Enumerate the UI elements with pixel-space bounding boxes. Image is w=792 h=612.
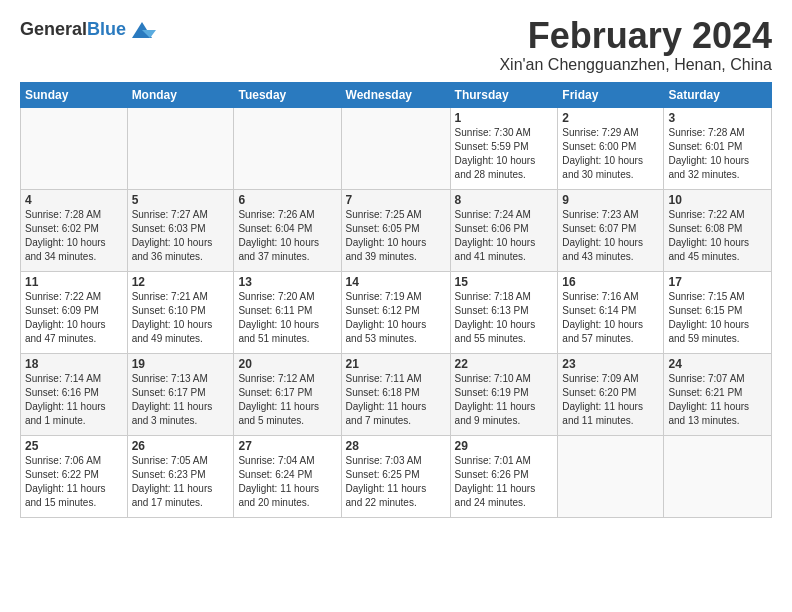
calendar-cell: 21Sunrise: 7:11 AMSunset: 6:18 PMDayligh… — [341, 353, 450, 435]
calendar-cell: 19Sunrise: 7:13 AMSunset: 6:17 PMDayligh… — [127, 353, 234, 435]
day-info: Sunrise: 7:26 AMSunset: 6:04 PMDaylight:… — [238, 208, 336, 264]
calendar-cell: 16Sunrise: 7:16 AMSunset: 6:14 PMDayligh… — [558, 271, 664, 353]
day-number: 15 — [455, 275, 554, 289]
calendar-cell: 11Sunrise: 7:22 AMSunset: 6:09 PMDayligh… — [21, 271, 128, 353]
day-number: 19 — [132, 357, 230, 371]
day-info: Sunrise: 7:22 AMSunset: 6:09 PMDaylight:… — [25, 290, 123, 346]
day-number: 28 — [346, 439, 446, 453]
day-info: Sunrise: 7:27 AMSunset: 6:03 PMDaylight:… — [132, 208, 230, 264]
calendar-cell: 4Sunrise: 7:28 AMSunset: 6:02 PMDaylight… — [21, 189, 128, 271]
day-info: Sunrise: 7:10 AMSunset: 6:19 PMDaylight:… — [455, 372, 554, 428]
calendar-cell: 15Sunrise: 7:18 AMSunset: 6:13 PMDayligh… — [450, 271, 558, 353]
day-number: 3 — [668, 111, 767, 125]
day-info: Sunrise: 7:28 AMSunset: 6:01 PMDaylight:… — [668, 126, 767, 182]
calendar-cell: 20Sunrise: 7:12 AMSunset: 6:17 PMDayligh… — [234, 353, 341, 435]
day-number: 4 — [25, 193, 123, 207]
day-number: 16 — [562, 275, 659, 289]
day-number: 11 — [25, 275, 123, 289]
day-number: 22 — [455, 357, 554, 371]
weekday-header-wednesday: Wednesday — [341, 82, 450, 107]
calendar-cell: 2Sunrise: 7:29 AMSunset: 6:00 PMDaylight… — [558, 107, 664, 189]
day-info: Sunrise: 7:13 AMSunset: 6:17 PMDaylight:… — [132, 372, 230, 428]
day-number: 26 — [132, 439, 230, 453]
day-number: 27 — [238, 439, 336, 453]
day-number: 7 — [346, 193, 446, 207]
day-number: 1 — [455, 111, 554, 125]
day-number: 13 — [238, 275, 336, 289]
day-number: 29 — [455, 439, 554, 453]
day-number: 18 — [25, 357, 123, 371]
logo-icon — [128, 16, 156, 44]
page: GeneralBlue February 2024 Xin'an Chenggu… — [0, 0, 792, 528]
day-info: Sunrise: 7:05 AMSunset: 6:23 PMDaylight:… — [132, 454, 230, 510]
calendar-cell — [127, 107, 234, 189]
weekday-header-friday: Friday — [558, 82, 664, 107]
weekday-header-monday: Monday — [127, 82, 234, 107]
day-number: 2 — [562, 111, 659, 125]
day-info: Sunrise: 7:03 AMSunset: 6:25 PMDaylight:… — [346, 454, 446, 510]
weekday-header-thursday: Thursday — [450, 82, 558, 107]
day-number: 24 — [668, 357, 767, 371]
calendar-cell — [21, 107, 128, 189]
calendar-cell — [234, 107, 341, 189]
calendar-cell: 14Sunrise: 7:19 AMSunset: 6:12 PMDayligh… — [341, 271, 450, 353]
day-number: 5 — [132, 193, 230, 207]
calendar-cell — [341, 107, 450, 189]
calendar-cell: 23Sunrise: 7:09 AMSunset: 6:20 PMDayligh… — [558, 353, 664, 435]
header: GeneralBlue February 2024 Xin'an Chenggu… — [20, 16, 772, 74]
day-info: Sunrise: 7:29 AMSunset: 6:00 PMDaylight:… — [562, 126, 659, 182]
calendar-cell — [558, 435, 664, 517]
day-number: 21 — [346, 357, 446, 371]
calendar-table: SundayMondayTuesdayWednesdayThursdayFrid… — [20, 82, 772, 518]
calendar-cell: 24Sunrise: 7:07 AMSunset: 6:21 PMDayligh… — [664, 353, 772, 435]
title-block: February 2024 Xin'an Chengguanzhen, Hena… — [499, 16, 772, 74]
calendar-cell: 5Sunrise: 7:27 AMSunset: 6:03 PMDaylight… — [127, 189, 234, 271]
day-info: Sunrise: 7:25 AMSunset: 6:05 PMDaylight:… — [346, 208, 446, 264]
calendar-cell: 25Sunrise: 7:06 AMSunset: 6:22 PMDayligh… — [21, 435, 128, 517]
day-info: Sunrise: 7:19 AMSunset: 6:12 PMDaylight:… — [346, 290, 446, 346]
day-info: Sunrise: 7:06 AMSunset: 6:22 PMDaylight:… — [25, 454, 123, 510]
calendar-cell: 8Sunrise: 7:24 AMSunset: 6:06 PMDaylight… — [450, 189, 558, 271]
calendar-cell: 12Sunrise: 7:21 AMSunset: 6:10 PMDayligh… — [127, 271, 234, 353]
calendar-cell: 29Sunrise: 7:01 AMSunset: 6:26 PMDayligh… — [450, 435, 558, 517]
logo-blue-text: Blue — [87, 19, 126, 39]
calendar-cell: 17Sunrise: 7:15 AMSunset: 6:15 PMDayligh… — [664, 271, 772, 353]
calendar-cell: 18Sunrise: 7:14 AMSunset: 6:16 PMDayligh… — [21, 353, 128, 435]
day-number: 9 — [562, 193, 659, 207]
day-info: Sunrise: 7:24 AMSunset: 6:06 PMDaylight:… — [455, 208, 554, 264]
calendar-cell: 6Sunrise: 7:26 AMSunset: 6:04 PMDaylight… — [234, 189, 341, 271]
calendar-cell — [664, 435, 772, 517]
day-info: Sunrise: 7:09 AMSunset: 6:20 PMDaylight:… — [562, 372, 659, 428]
calendar-cell: 3Sunrise: 7:28 AMSunset: 6:01 PMDaylight… — [664, 107, 772, 189]
calendar-cell: 26Sunrise: 7:05 AMSunset: 6:23 PMDayligh… — [127, 435, 234, 517]
day-info: Sunrise: 7:20 AMSunset: 6:11 PMDaylight:… — [238, 290, 336, 346]
day-number: 10 — [668, 193, 767, 207]
calendar-cell: 10Sunrise: 7:22 AMSunset: 6:08 PMDayligh… — [664, 189, 772, 271]
day-info: Sunrise: 7:15 AMSunset: 6:15 PMDaylight:… — [668, 290, 767, 346]
day-info: Sunrise: 7:16 AMSunset: 6:14 PMDaylight:… — [562, 290, 659, 346]
calendar-cell: 7Sunrise: 7:25 AMSunset: 6:05 PMDaylight… — [341, 189, 450, 271]
calendar-cell: 28Sunrise: 7:03 AMSunset: 6:25 PMDayligh… — [341, 435, 450, 517]
day-info: Sunrise: 7:07 AMSunset: 6:21 PMDaylight:… — [668, 372, 767, 428]
calendar-cell: 1Sunrise: 7:30 AMSunset: 5:59 PMDaylight… — [450, 107, 558, 189]
day-info: Sunrise: 7:11 AMSunset: 6:18 PMDaylight:… — [346, 372, 446, 428]
day-info: Sunrise: 7:23 AMSunset: 6:07 PMDaylight:… — [562, 208, 659, 264]
day-info: Sunrise: 7:01 AMSunset: 6:26 PMDaylight:… — [455, 454, 554, 510]
day-info: Sunrise: 7:04 AMSunset: 6:24 PMDaylight:… — [238, 454, 336, 510]
calendar-cell: 13Sunrise: 7:20 AMSunset: 6:11 PMDayligh… — [234, 271, 341, 353]
logo: GeneralBlue — [20, 16, 156, 44]
day-number: 20 — [238, 357, 336, 371]
day-number: 8 — [455, 193, 554, 207]
day-number: 25 — [25, 439, 123, 453]
day-info: Sunrise: 7:18 AMSunset: 6:13 PMDaylight:… — [455, 290, 554, 346]
calendar-cell: 22Sunrise: 7:10 AMSunset: 6:19 PMDayligh… — [450, 353, 558, 435]
day-info: Sunrise: 7:28 AMSunset: 6:02 PMDaylight:… — [25, 208, 123, 264]
logo-general-text: General — [20, 19, 87, 39]
month-title: February 2024 — [499, 16, 772, 56]
day-number: 14 — [346, 275, 446, 289]
day-info: Sunrise: 7:30 AMSunset: 5:59 PMDaylight:… — [455, 126, 554, 182]
day-number: 17 — [668, 275, 767, 289]
location-title: Xin'an Chengguanzhen, Henan, China — [499, 56, 772, 74]
weekday-header-saturday: Saturday — [664, 82, 772, 107]
day-info: Sunrise: 7:22 AMSunset: 6:08 PMDaylight:… — [668, 208, 767, 264]
